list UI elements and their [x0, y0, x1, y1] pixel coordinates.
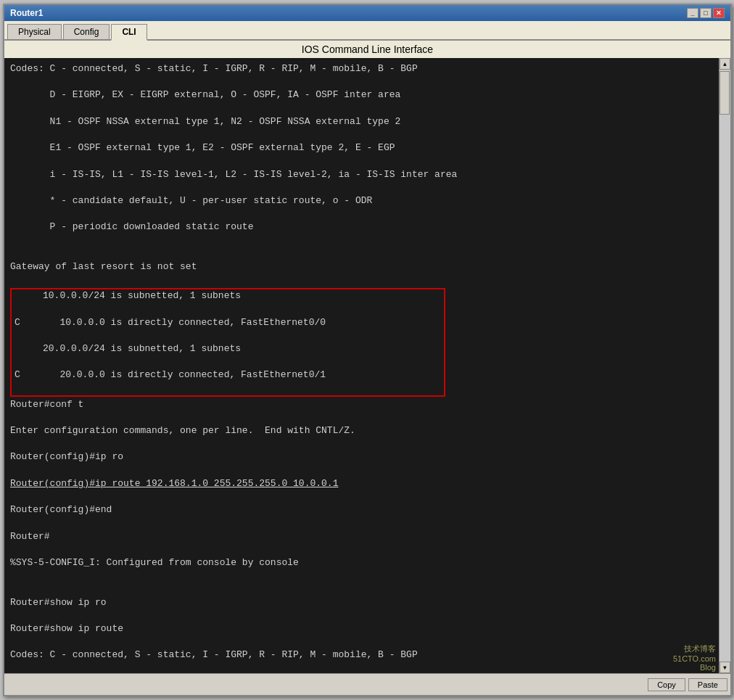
- close-button[interactable]: ✕: [713, 8, 725, 18]
- terminal-line: C 20.0.0.0 is directly connected, FastEt…: [15, 368, 441, 382]
- terminal-line: Router#show ip ro: [10, 596, 713, 609]
- paste-button[interactable]: Paste: [688, 678, 727, 691]
- terminal-line: Router(config)#ip ro: [10, 450, 713, 464]
- terminal-line: Codes: C - connected, S - static, I - IG…: [10, 62, 713, 75]
- copy-button[interactable]: Copy: [648, 678, 685, 691]
- scroll-track[interactable]: [719, 70, 730, 662]
- terminal-line: Codes: C - connected, S - static, I - IG…: [10, 648, 713, 662]
- terminal-line: E1 - OSPF external type 1, E2 - OSPF ext…: [10, 141, 713, 155]
- terminal-line: 20.0.0.0/24 is subnetted, 1 subnets: [15, 342, 441, 355]
- terminal-line: Enter configuration commands, one per li…: [10, 424, 713, 437]
- bottom-bar: Copy Paste: [4, 673, 730, 695]
- terminal-line: N1 - OSPF NSSA external type 1, N2 - OSP…: [10, 115, 713, 128]
- title-bar: Router1 _ □ ✕: [4, 5, 730, 21]
- terminal-line: Router(config)#end: [10, 503, 713, 516]
- scroll-thumb[interactable]: [719, 71, 730, 115]
- scrollbar[interactable]: ▲ ▼: [719, 58, 730, 673]
- tab-bar: Physical Config CLI: [4, 21, 730, 41]
- tab-cli[interactable]: CLI: [111, 24, 147, 41]
- terminal-line: i - IS-IS, L1 - IS-IS level-1, L2 - IS-I…: [10, 168, 713, 181]
- main-window: Router1 _ □ ✕ Physical Config CLI IOS Co…: [3, 4, 732, 696]
- terminal-line: Router#show ip route: [10, 622, 713, 635]
- scroll-down-button[interactable]: ▼: [719, 662, 730, 673]
- terminal-line: Router#: [10, 530, 713, 543]
- tab-config[interactable]: Config: [63, 24, 110, 39]
- terminal-line: D - EIGRP, EX - EIGRP external, O - OSPF…: [10, 88, 713, 102]
- terminal-line: 10.0.0.0/24 is subnetted, 1 subnets: [15, 289, 441, 302]
- terminal-line: Router(config)#ip route 192.168.1.0 255.…: [10, 477, 713, 490]
- maximize-button[interactable]: □: [700, 8, 712, 18]
- minimize-button[interactable]: _: [687, 8, 698, 18]
- terminal[interactable]: Codes: C - connected, S - static, I - IG…: [4, 58, 719, 673]
- terminal-line: Gateway of last resort is not set: [10, 260, 713, 273]
- terminal-line: C 10.0.0.0 is directly connected, FastEt…: [15, 316, 441, 329]
- tab-physical[interactable]: Physical: [7, 24, 62, 39]
- title-bar-buttons: _ □ ✕: [687, 8, 725, 18]
- terminal-line: %SYS-5-CONFIG_I: Configured from console…: [10, 556, 713, 569]
- terminal-wrapper: Codes: C - connected, S - static, I - IG…: [4, 58, 730, 673]
- window-title: Router1: [10, 8, 43, 18]
- terminal-line: P - periodic downloaded static route: [10, 221, 713, 234]
- cli-title: IOS Command Line Interface: [4, 41, 730, 58]
- highlight-box-1: 10.0.0.0/24 is subnetted, 1 subnets C 10…: [10, 288, 445, 397]
- terminal-line: Router#conf t: [10, 398, 713, 411]
- content-area: IOS Command Line Interface Codes: C - co…: [4, 41, 730, 673]
- terminal-line: * - candidate default, U - per-user stat…: [10, 194, 713, 207]
- scroll-up-button[interactable]: ▲: [719, 58, 730, 70]
